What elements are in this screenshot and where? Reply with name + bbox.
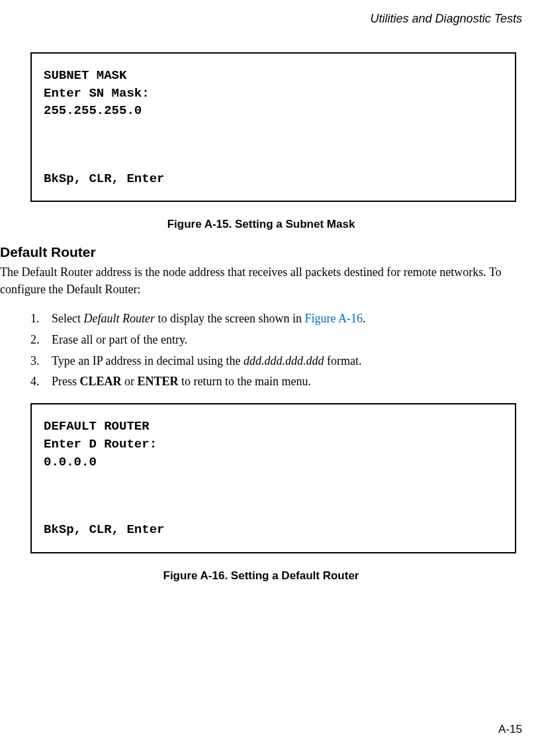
step-bold: CLEAR	[80, 375, 122, 388]
step-bold: ENTER	[138, 375, 179, 388]
page-number: A-15	[498, 723, 522, 735]
screen-line: 0.0.0.0	[44, 453, 503, 471]
step-text: or	[122, 375, 138, 388]
step-text: Press	[52, 375, 80, 388]
step-text: .	[363, 312, 366, 325]
step-item: Select Default Router to display the scr…	[30, 310, 522, 328]
subnet-mask-screen: SUBNET MASK Enter SN Mask: 255.255.255.0…	[30, 52, 516, 202]
screen-line: BkSp, CLR, Enter	[44, 170, 503, 188]
step-text: to return to the main menu.	[179, 375, 311, 388]
step-italic: Default Router	[83, 312, 154, 325]
running-header: Utilities and Diagnostic Tests	[0, 0, 542, 26]
figure-link[interactable]: Figure A-16	[304, 312, 363, 325]
step-text: Type an IP address in decimal using the	[52, 354, 244, 367]
figure-caption-a16: Figure A-16. Setting a Default Router	[0, 569, 522, 583]
screen-spacer	[44, 120, 503, 170]
body-paragraph: The Default Router address is the node a…	[0, 264, 522, 297]
screen-line: Enter D Router:	[44, 436, 503, 453]
screen-spacer	[44, 471, 503, 521]
running-title: Utilities and Diagnostic Tests	[371, 12, 522, 25]
screen-line: DEFAULT ROUTER	[44, 418, 503, 436]
figure-caption-a15: Figure A-15. Setting a Subnet Mask	[0, 218, 522, 231]
default-router-screen: DEFAULT ROUTER Enter D Router: 0.0.0.0 B…	[30, 403, 516, 553]
step-text: Erase all or part of the entry.	[52, 333, 187, 346]
steps-list: Select Default Router to display the scr…	[0, 310, 522, 392]
step-italic: ddd.ddd.ddd.ddd	[244, 354, 324, 367]
step-text: Select	[52, 312, 83, 325]
section-heading-default-router: Default Router	[0, 244, 522, 260]
step-item: Type an IP address in decimal using the …	[30, 352, 522, 371]
screen-line: Enter SN Mask:	[44, 85, 503, 103]
screen-line: BkSp, CLR, Enter	[44, 521, 503, 539]
step-item: Erase all or part of the entry.	[30, 331, 522, 350]
page-content: SUBNET MASK Enter SN Mask: 255.255.255.0…	[0, 26, 542, 583]
screen-line: 255.255.255.0	[44, 102, 503, 120]
step-text: to display the screen shown in	[155, 312, 304, 325]
step-item: Press CLEAR or ENTER to return to the ma…	[30, 373, 522, 391]
screen-line: SUBNET MASK	[44, 67, 503, 85]
step-text: format.	[324, 354, 362, 367]
page-footer: A-15	[498, 723, 522, 736]
